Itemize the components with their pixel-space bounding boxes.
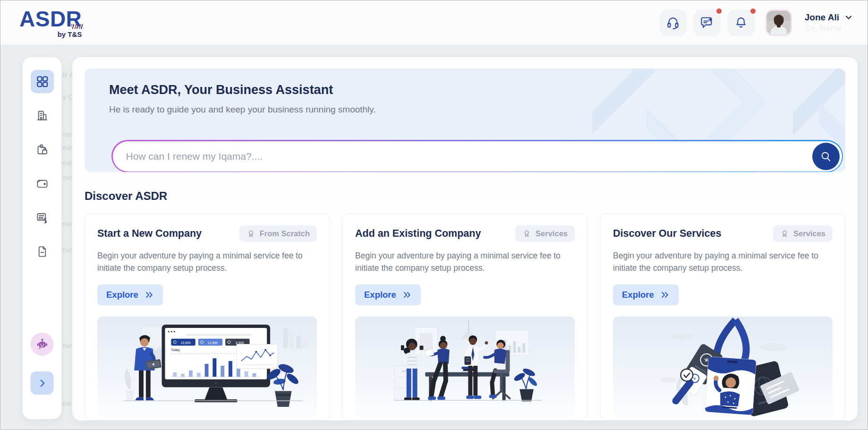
section-title: Discover ASDR [85,189,167,203]
stat-chip-value: 13,500 [180,341,190,344]
sidebar-item-documents[interactable] [31,240,54,263]
sidebar-item-company[interactable] [31,104,54,127]
ai-assistant-button[interactable] [31,333,54,356]
logo-byline: by T&S [19,31,82,38]
headset-icon [666,16,680,29]
stat-chip-value: 6,500 [236,341,244,344]
top-header: ASDR by T&S [0,0,868,45]
sidebar-expand-button[interactable] [31,371,54,395]
double-chevron-icon [145,290,154,300]
calculator-dollar-icon [36,211,49,224]
card-title: Discover Our Services [613,228,721,240]
award-ribbon-icon [522,229,531,238]
sidebar-nav [23,57,61,419]
card-badge: Services [515,225,575,242]
sidebar-item-services[interactable] [31,138,54,161]
sidebar-item-billing[interactable] [31,206,54,229]
assistant-search [111,140,843,172]
support-button[interactable] [660,9,687,36]
building-icon [36,109,49,122]
notification-badge [749,8,757,15]
messages-button[interactable] [694,9,721,36]
notifications-button[interactable] [728,9,755,36]
award-ribbon-icon [247,229,255,238]
logo-wordmark: ASDR [19,8,82,30]
ghost-fragment: y C [62,93,73,101]
explore-button[interactable]: Explore [97,284,163,305]
hero-subtitle: He is ready to guide you and keep your b… [109,104,376,115]
hero-title: Meet ASDR, Your Business Assistant [109,83,333,97]
wallet-icon [36,177,49,190]
user-avatar[interactable] [766,9,792,36]
id-card [705,357,757,415]
main-content: Meet ASDR, Your Business Assistant He is… [72,57,858,421]
user-name: Jone Ali [805,12,839,23]
card-discover-services: Discover Our Services Services Begin you… [600,214,845,421]
search-icon [820,150,832,163]
double-chevron-icon [660,290,670,300]
dashboard-grid-icon [36,75,49,88]
sidebar-item-dashboard[interactable] [31,70,54,93]
bell-icon [734,16,748,29]
line-chart-card [237,344,278,369]
stat-chip-value: 12,500 [208,341,218,344]
app-window: ASDR by T&S [0,0,868,430]
avatar-image [767,11,791,34]
card-badge: Services [773,225,833,242]
search-submit-button[interactable] [812,143,840,170]
chart-label: Today [171,348,180,352]
card-title: Add an Existing Company [355,228,481,240]
chevron-right-icon [37,378,47,388]
company-name-ghost: Co. Name [805,24,853,33]
document-icon [36,245,49,258]
card-start-new-company: Start a New Company From Scratch Begin y… [85,214,330,421]
card-description: Begin your adventure by paying a minimal… [613,250,833,275]
card-description: Begin your adventure by paying a minimal… [355,250,575,275]
logo-stripes-decoration [71,24,84,29]
illustration-dashboard-monitor: 13,500 12,500 6,500 Today [97,317,317,417]
card-add-existing-company: Add an Existing Company Services Begin y… [342,214,587,421]
robot-icon [35,337,49,352]
explore-button[interactable]: Explore [355,284,421,305]
double-chevron-icon [402,290,412,300]
plant [513,367,538,402]
app-logo: ASDR by T&S [19,8,82,38]
card-badge: From Scratch [239,225,317,242]
assistant-hero-banner: Meet ASDR, Your Business Assistant He is… [85,69,845,172]
assistant-search-input[interactable] [126,151,713,162]
user-menu-trigger[interactable]: Jone Ali [805,12,853,23]
plant [265,362,300,407]
card-title: Start a New Company [97,228,202,240]
sidebar-item-wallet[interactable] [31,172,54,195]
discover-cards: Start a New Company From Scratch Begin y… [85,214,845,421]
service-bag-icon [36,143,49,156]
illustration-id-badge-travel: ✈ ✈ [613,317,833,417]
illustration-team-meeting [355,317,575,417]
unread-badge [715,8,723,15]
chevron-down-icon [844,13,853,22]
chat-plus-icon [700,16,714,29]
user-menu: Jone Ali Co. Name [805,12,853,33]
explore-button[interactable]: Explore [613,284,679,305]
card-description: Begin your adventure by paying a minimal… [97,250,317,275]
award-ribbon-icon [780,229,789,238]
header-actions: Jone Ali Co. Name [660,9,853,36]
